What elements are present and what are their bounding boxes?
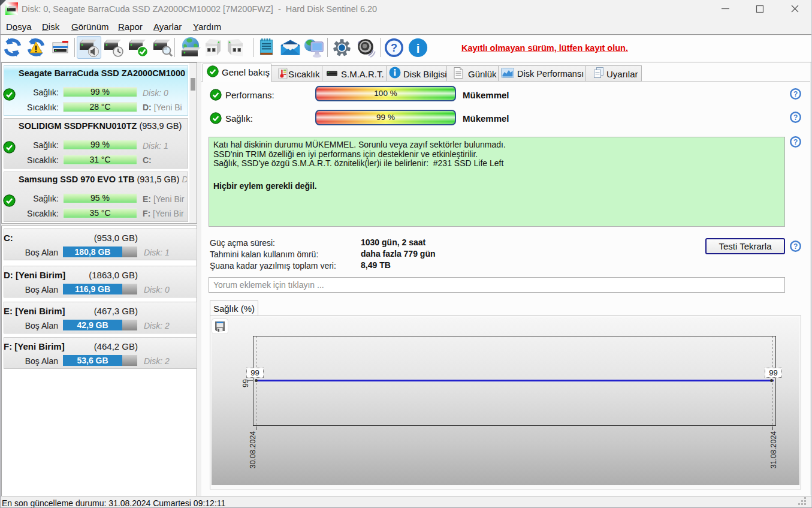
svg-text:?: ? (793, 138, 798, 146)
svg-text:?: ? (793, 113, 798, 122)
svg-text:?: ? (793, 90, 798, 98)
svg-text:?: ? (391, 42, 397, 54)
svg-text:?: ? (793, 242, 798, 251)
svg-text:i: i (416, 42, 420, 55)
